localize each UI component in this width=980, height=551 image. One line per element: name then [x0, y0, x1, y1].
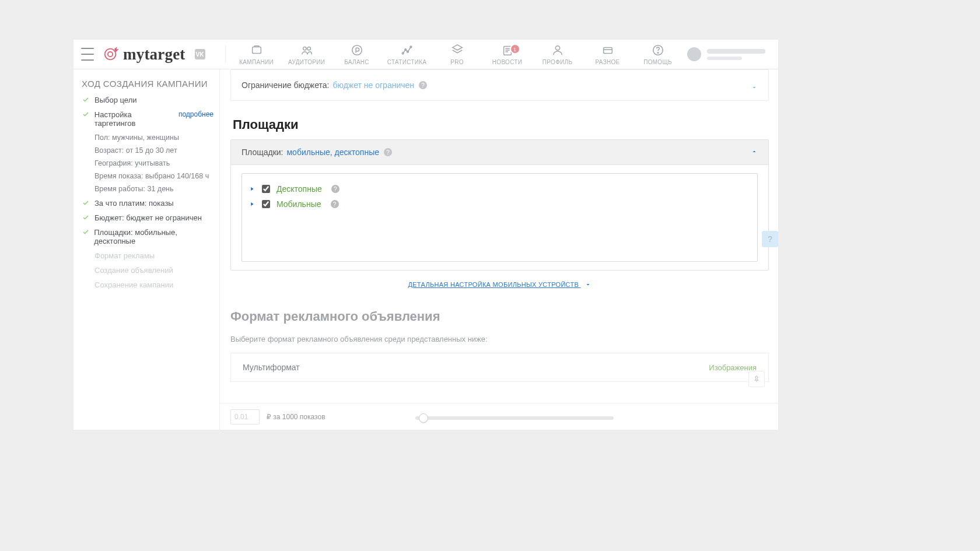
- placement-checkbox-desktop[interactable]: [262, 185, 270, 193]
- svg-point-14: [657, 52, 658, 52]
- floating-pin-chip[interactable]: [748, 371, 765, 387]
- nav-label: РАЗНОЕ: [583, 59, 633, 65]
- budget-value: бюджет не ограничен: [332, 80, 414, 90]
- step-placements[interactable]: Площадки: мобильные, десктопные: [82, 228, 214, 245]
- nav-label: PRO: [432, 59, 482, 65]
- news-badge: 1: [511, 45, 519, 54]
- nav-news[interactable]: 1 НОВОСТИ: [482, 44, 533, 65]
- nav-misc[interactable]: РАЗНОЕ: [583, 44, 633, 65]
- brand-zone: mytarget VK: [78, 45, 226, 64]
- ad-format-subtitle: Выберите формат рекламного объявления ср…: [230, 335, 769, 343]
- pin-icon: [752, 375, 761, 383]
- help-tip-icon[interactable]: ?: [331, 185, 340, 193]
- step-label: Создание объявлений: [94, 266, 173, 275]
- nav-label: ПОМОЩЬ: [633, 59, 683, 65]
- svg-point-5: [352, 45, 362, 55]
- svg-point-9: [410, 46, 412, 48]
- step-label: Формат рекламы: [94, 251, 155, 260]
- sub-time: Время показа: выбрано 140/168 ч: [94, 172, 214, 180]
- expand-icon[interactable]: [249, 184, 255, 194]
- top-nav: КАМПАНИИ АУДИТОРИИ БАЛАНС СТАТИСТИКА: [232, 44, 683, 65]
- chevron-down-icon[interactable]: [751, 83, 758, 93]
- placements-title: Площадки: [233, 117, 769, 132]
- budget-card[interactable]: Ограничение бюджета: бюджет не ограничен…: [230, 69, 769, 101]
- nav-pro[interactable]: PRO: [432, 44, 482, 65]
- misc-icon: [583, 44, 633, 57]
- avatar: [687, 47, 701, 61]
- menu-icon[interactable]: [81, 48, 94, 61]
- svg-rect-2: [252, 47, 261, 53]
- nav-stats[interactable]: СТАТИСТИКА: [382, 44, 432, 65]
- nav-label: ПРОФИЛЬ: [533, 59, 583, 65]
- svg-point-3: [303, 47, 306, 50]
- price-slider[interactable]: [415, 416, 614, 420]
- topbar: mytarget VK КАМПАНИИ АУДИТОРИИ: [74, 40, 778, 69]
- check-icon: [82, 266, 90, 274]
- step-pay[interactable]: За что платим: показы: [82, 199, 214, 208]
- step-label: Настройка таргетингов: [94, 110, 174, 128]
- ad-format-title: Формат рекламного объявления: [230, 309, 769, 324]
- chevron-down-icon: [584, 281, 592, 289]
- nav-label: АУДИТОРИИ: [282, 59, 332, 65]
- ad-format-name: Мультиформат: [243, 363, 300, 372]
- check-icon: [82, 280, 90, 289]
- placements-header[interactable]: Площадки: мобильные, десктопные ?: [231, 140, 768, 165]
- svg-point-1: [108, 52, 113, 57]
- nav-label: СТАТИСТИКА: [382, 59, 432, 65]
- account-area[interactable]: [687, 47, 778, 61]
- nav-help[interactable]: ПОМОЩЬ: [633, 44, 683, 65]
- sub-gender: Пол: мужчины, женщины: [94, 134, 214, 142]
- nav-balance[interactable]: БАЛАНС: [332, 44, 382, 65]
- budget-label: Ограничение бюджета:: [242, 80, 329, 90]
- svg-point-0: [105, 49, 116, 60]
- step-goal[interactable]: Выбор цели: [82, 96, 214, 104]
- placements-list: Десктопные ? Мобильные ?: [242, 173, 758, 262]
- body: ХОД СОЗДАНИЯ КАМПАНИИ Выбор цели Настрой…: [74, 69, 778, 430]
- news-icon: [482, 44, 533, 57]
- nav-label: КАМПАНИИ: [232, 59, 282, 65]
- step-format: Формат рекламы: [82, 251, 214, 260]
- main: Ограничение бюджета: бюджет не ограничен…: [220, 69, 778, 430]
- step-label: За что платим: показы: [94, 199, 174, 208]
- balance-icon: [332, 44, 382, 57]
- pro-icon: [432, 44, 482, 57]
- nav-audiences[interactable]: АУДИТОРИИ: [282, 44, 332, 65]
- help-tip-icon[interactable]: ?: [419, 81, 427, 89]
- step-label: Площадки: мобильные, десктопные: [94, 228, 214, 245]
- ad-format-card[interactable]: Мультиформат Изображения: [230, 353, 769, 382]
- sub-age: Возраст: от 15 до 30 лет: [94, 146, 214, 155]
- step-budget[interactable]: Бюджет: бюджет не ограничен: [82, 213, 214, 222]
- mobile-detail-label: ДЕТАЛЬНАЯ НАСТРОЙКА МОБИЛЬНЫХ УСТРОЙСТВ: [408, 281, 579, 288]
- placement-label: Мобильные: [276, 199, 321, 209]
- mobile-detail-link[interactable]: ДЕТАЛЬНАЯ НАСТРОЙКА МОБИЛЬНЫХ УСТРОЙСТВ: [230, 281, 769, 289]
- check-icon: [82, 251, 90, 259]
- brand-name: mytarget: [123, 45, 186, 64]
- brand-logo-icon: [102, 46, 118, 62]
- check-icon: [82, 199, 90, 207]
- targeting-sub: Пол: мужчины, женщины Возраст: от 15 до …: [94, 134, 214, 193]
- expand-icon[interactable]: [249, 199, 255, 209]
- placement-checkbox-mobile[interactable]: [262, 200, 270, 208]
- floating-help-chip[interactable]: ?: [762, 231, 778, 247]
- nav-campaigns[interactable]: КАМПАНИИ: [232, 44, 282, 65]
- nav-profile[interactable]: ПРОФИЛЬ: [533, 44, 583, 65]
- sidebar: ХОД СОЗДАНИЯ КАМПАНИИ Выбор цели Настрой…: [74, 69, 220, 430]
- step-targeting[interactable]: Настройка таргетингов подробнее: [82, 110, 214, 128]
- price-input[interactable]: [230, 409, 260, 424]
- app-frame: mytarget VK КАМПАНИИ АУДИТОРИИ: [74, 40, 778, 430]
- check-icon: [82, 213, 90, 222]
- help-tip-icon[interactable]: ?: [384, 148, 392, 156]
- chevron-up-icon[interactable]: [751, 147, 758, 157]
- sub-duration: Время работы: 31 день: [94, 185, 214, 193]
- targeting-more-link[interactable]: подробнее: [178, 110, 214, 118]
- help-tip-icon[interactable]: ?: [331, 200, 339, 208]
- svg-point-11: [555, 45, 559, 50]
- sub-geo: География: учитывать: [94, 159, 214, 167]
- brand: mytarget VK: [102, 45, 205, 64]
- help-chip-label: ?: [768, 234, 772, 244]
- placement-row-mobile[interactable]: Мобильные ?: [249, 198, 750, 210]
- check-icon: [82, 228, 89, 236]
- placement-row-desktop[interactable]: Десктопные ?: [249, 183, 750, 195]
- nav-label: НОВОСТИ: [482, 59, 533, 65]
- price-unit-label: ₽ за 1000 показов: [267, 413, 326, 421]
